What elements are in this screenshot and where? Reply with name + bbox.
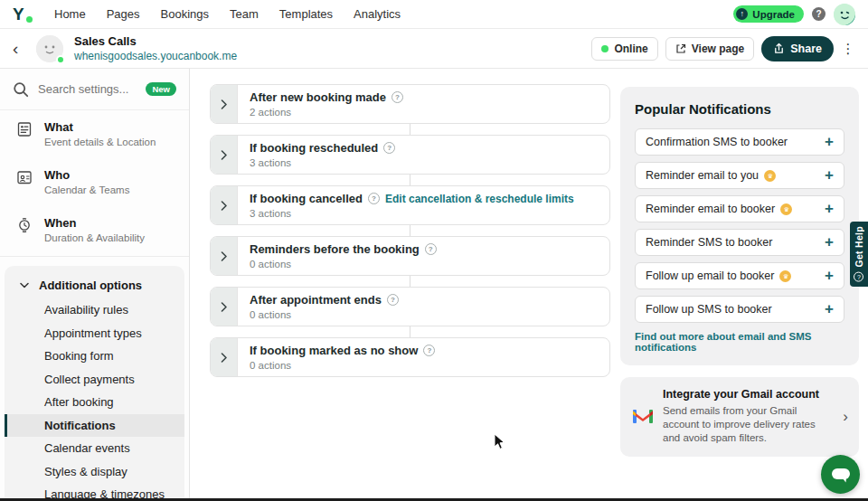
- expand-chevron[interactable]: [211, 237, 238, 275]
- add-notification-icon[interactable]: +: [825, 269, 834, 283]
- accordion-after-new-booking[interactable]: After new booking made ? 2 actions: [210, 84, 610, 124]
- share-button[interactable]: Share: [761, 36, 834, 61]
- popular-row-label: Confirmation SMS to booker: [646, 136, 788, 148]
- info-tooltip-icon[interactable]: ?: [383, 142, 395, 154]
- add-notification-icon[interactable]: +: [825, 168, 834, 183]
- actions-count: 2 actions: [250, 107, 403, 118]
- info-tooltip-icon[interactable]: ?: [425, 243, 437, 255]
- popular-row-confirmation-sms[interactable]: Confirmation SMS to booker +: [635, 128, 844, 156]
- chevron-right-icon: [221, 353, 227, 363]
- gmail-icon: [633, 409, 653, 424]
- booking-page-url[interactable]: whenisgoodsales.youcanbook.me: [74, 50, 237, 62]
- expand-chevron[interactable]: [211, 288, 238, 326]
- notification-triggers-list: After new booking made ? 2 actions If bo…: [210, 84, 610, 377]
- sidebar-item-calendar-events[interactable]: Calendar events: [5, 437, 184, 460]
- chevron-right-icon: [221, 99, 227, 109]
- flow-connector: [410, 225, 410, 236]
- expand-chevron[interactable]: [211, 85, 238, 123]
- booking-page-avatar: [36, 35, 63, 62]
- actions-count: 0 actions: [250, 259, 437, 269]
- chevron-right-icon: [221, 302, 227, 312]
- sidebar-what-label: What: [44, 120, 156, 134]
- flow-connector: [410, 124, 410, 135]
- flow-connector: [410, 326, 410, 337]
- more-options-icon[interactable]: ⋮: [841, 41, 855, 57]
- sidebar-item-who[interactable]: Who Calendar & Teams: [0, 158, 189, 206]
- chevron-right-icon[interactable]: ›: [843, 408, 848, 426]
- accordion-no-show[interactable]: If booking marked as no show ? 0 actions: [210, 337, 610, 377]
- add-notification-icon[interactable]: +: [825, 135, 834, 149]
- info-tooltip-icon[interactable]: ?: [387, 294, 399, 306]
- popular-row-reminder-email-booker[interactable]: Reminder email to booker ♛ +: [635, 195, 844, 222]
- nav-item-templates[interactable]: Templates: [279, 7, 333, 21]
- popular-notifications-card: Popular Notifications Confirmation SMS t…: [620, 87, 859, 365]
- chevron-right-icon: [221, 201, 227, 211]
- sidebar-what-sub: Event details & Location: [44, 137, 156, 147]
- popular-row-label: Reminder SMS to booker: [646, 236, 772, 249]
- online-status-toggle[interactable]: Online: [591, 37, 657, 61]
- upgrade-button[interactable]: ↑ Upgrade: [733, 5, 804, 23]
- edit-cancellation-limits-link[interactable]: Edit cancellation & reschedule limits: [385, 193, 574, 205]
- actions-count: 0 actions: [250, 360, 435, 371]
- duration-clock-icon: [16, 217, 33, 233]
- nav-item-bookings[interactable]: Bookings: [161, 7, 209, 21]
- popular-row-reminder-sms-booker[interactable]: Reminder SMS to booker +: [635, 229, 844, 256]
- add-notification-icon[interactable]: +: [825, 302, 834, 317]
- avatar-face-icon: [834, 4, 855, 25]
- expand-chevron[interactable]: [211, 186, 238, 224]
- sidebar-item-when[interactable]: When Duration & Availability: [0, 206, 189, 254]
- find-out-more-link[interactable]: Find out more about email and SMS notifi…: [635, 331, 844, 353]
- get-help-tab[interactable]: ? Get Help: [850, 222, 868, 287]
- popular-row-label: Reminder email to you: [646, 169, 759, 182]
- sidebar-when-sub: Duration & Availability: [44, 232, 145, 243]
- additional-options-header[interactable]: Additional options: [5, 271, 184, 298]
- sidebar-item-what[interactable]: What Event details & Location: [0, 110, 189, 158]
- help-question-icon: ?: [854, 272, 864, 282]
- nav-item-team[interactable]: Team: [230, 7, 259, 21]
- mouse-cursor: [494, 433, 505, 454]
- flow-connector: [410, 276, 410, 287]
- info-tooltip-icon[interactable]: ?: [392, 91, 403, 103]
- accordion-if-cancelled[interactable]: If booking cancelled ? Edit cancellation…: [210, 185, 610, 225]
- nav-item-pages[interactable]: Pages: [107, 7, 140, 21]
- nav-item-analytics[interactable]: Analytics: [354, 7, 401, 21]
- premium-crown-icon: ♛: [779, 270, 791, 282]
- sidebar-item-appointment-types[interactable]: Appointment types: [5, 322, 184, 345]
- sidebar-item-after-booking[interactable]: After booking: [5, 391, 184, 414]
- expand-chevron[interactable]: [211, 338, 238, 376]
- expand-chevron[interactable]: [211, 136, 238, 174]
- sidebar-item-styles-display[interactable]: Styles & display: [5, 460, 184, 484]
- back-button[interactable]: ‹: [13, 40, 33, 58]
- gmail-integration-card[interactable]: Integrate your Gmail account Send emails…: [620, 377, 859, 457]
- accordion-after-appointment[interactable]: After appointment ends ? 0 actions: [210, 287, 610, 326]
- view-page-button[interactable]: View page: [665, 37, 754, 61]
- sidebar-item-availability-rules[interactable]: Availability rules: [5, 298, 184, 322]
- add-notification-icon[interactable]: +: [825, 235, 834, 250]
- popular-row-label: Follow up SMS to booker: [646, 303, 772, 316]
- add-notification-icon[interactable]: +: [825, 202, 834, 216]
- actions-count: 0 actions: [250, 309, 399, 320]
- help-icon[interactable]: ?: [812, 7, 826, 21]
- search-row: New: [0, 69, 189, 110]
- chat-widget-button[interactable]: [821, 455, 860, 494]
- accordion-if-rescheduled[interactable]: If booking rescheduled ? 3 actions: [210, 135, 610, 175]
- info-tooltip-icon[interactable]: ?: [368, 193, 380, 204]
- popular-row-reminder-email-you[interactable]: Reminder email to you ♛ +: [635, 162, 844, 189]
- sidebar-when-label: When: [44, 216, 145, 230]
- popular-row-followup-email-booker[interactable]: Follow up email to booker ♛ +: [635, 262, 844, 289]
- accordion-title: After new booking made: [250, 90, 386, 104]
- info-tooltip-icon[interactable]: ?: [423, 345, 435, 356]
- sidebar-item-collect-payments[interactable]: Collect payments: [5, 368, 184, 392]
- ycbm-logo[interactable]: Y: [13, 5, 34, 24]
- sidebar-item-notifications[interactable]: Notifications: [5, 414, 184, 438]
- popular-row-followup-sms-booker[interactable]: Follow up SMS to booker +: [635, 296, 844, 323]
- nav-item-home[interactable]: Home: [54, 7, 86, 21]
- additional-options-label: Additional options: [39, 279, 142, 292]
- user-avatar[interactable]: [834, 4, 855, 25]
- accordion-reminders-before[interactable]: Reminders before the booking ? 0 actions: [210, 236, 610, 276]
- share-icon: [773, 43, 785, 54]
- actions-count: 3 actions: [250, 208, 574, 219]
- sidebar-item-booking-form[interactable]: Booking form: [5, 345, 184, 368]
- search-input[interactable]: [38, 82, 146, 96]
- event-details-icon: [16, 121, 33, 137]
